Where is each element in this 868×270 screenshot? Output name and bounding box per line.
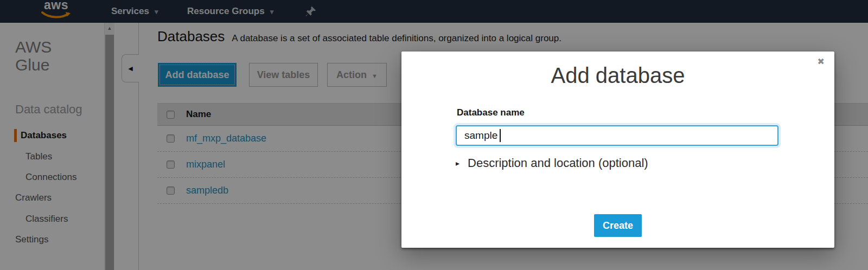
disclosure-arrow-icon: ▸ bbox=[456, 159, 459, 168]
add-database-modal: ✖ Add database Database name ▸ Descripti… bbox=[401, 52, 834, 248]
modal-title: Add database bbox=[401, 63, 834, 88]
database-name-label: Database name bbox=[457, 107, 525, 118]
description-location-toggle[interactable]: ▸ Description and location (optional) bbox=[456, 156, 648, 170]
description-location-label: Description and location (optional) bbox=[468, 156, 648, 170]
text-cursor bbox=[500, 129, 501, 142]
create-button[interactable]: Create bbox=[594, 214, 642, 237]
aws-glue-console: aws Services ▾ Resource Groups ▾ AWS Glu… bbox=[0, 0, 868, 270]
database-name-input[interactable] bbox=[456, 125, 778, 146]
